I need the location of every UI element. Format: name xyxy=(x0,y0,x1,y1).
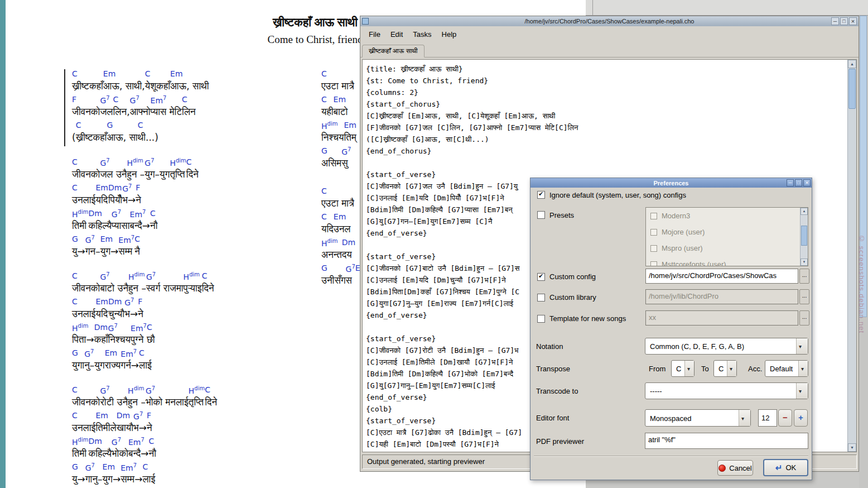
lyric: युग→ xyxy=(103,473,121,488)
lyric: कहिल्यै xyxy=(88,220,111,235)
transpose-label: Transpose xyxy=(536,365,570,373)
font-size-input[interactable]: 12 xyxy=(758,409,777,427)
template-checkbox[interactable] xyxy=(537,315,545,323)
lyric: हुन – xyxy=(128,283,146,297)
chord: C xyxy=(142,462,155,473)
presets-checkbox[interactable] xyxy=(537,211,545,219)
cancel-button[interactable]: Cancel xyxy=(717,460,753,476)
chord: Em xyxy=(103,462,121,473)
chord: Dm xyxy=(108,297,124,308)
notation-select[interactable]: Common (C, D, E, F, G, A, B) xyxy=(645,338,808,355)
lyric: प्यास मेटि xyxy=(151,106,182,121)
menu-file[interactable]: File xyxy=(364,28,385,40)
dialog-maximize-icon[interactable] xyxy=(795,179,802,186)
transpose-from-select[interactable]: C xyxy=(671,360,695,377)
dialog-close-icon[interactable] xyxy=(803,179,811,186)
editor-line[interactable]: [C]ख्रीष्टकहाँ [Em]आऊ, साथी, [C]येशूकहाँ… xyxy=(366,110,844,122)
custom-config-browse-button[interactable]: ... xyxy=(799,269,809,284)
preset-checkbox[interactable] xyxy=(650,213,657,219)
dialog-minimize-icon[interactable] xyxy=(787,179,794,186)
menu-tasks[interactable]: Tasks xyxy=(408,28,436,40)
presets-scrollbar-thumb[interactable] xyxy=(801,226,807,246)
minimize-icon[interactable] xyxy=(831,17,839,25)
notation-value: Common (C, D, E, F, G, A, B) xyxy=(650,342,744,351)
custom-library-browse-button[interactable]: ... xyxy=(799,289,809,304)
preset-checkbox[interactable] xyxy=(650,245,657,252)
editor-line[interactable] xyxy=(366,157,844,169)
editor-font-select[interactable]: Monospaced xyxy=(645,409,751,427)
custom-library-value: /home/jv/lib/ChordPro xyxy=(649,292,718,300)
close-icon[interactable] xyxy=(849,17,857,25)
lyric: भ→ xyxy=(122,194,136,209)
lyric: गर्न→ xyxy=(120,360,139,374)
chord: G7 xyxy=(346,264,355,275)
notation-label: Notation xyxy=(536,342,563,351)
chord: Em xyxy=(344,121,356,132)
custom-config-checkbox[interactable] xyxy=(537,273,545,281)
chord: Em xyxy=(334,212,351,223)
custom-library-input[interactable]: /home/jv/lib/ChordPro xyxy=(645,289,798,304)
font-size-increase-button[interactable]: + xyxy=(794,409,808,427)
presets-scroll-up-icon[interactable] xyxy=(801,208,808,215)
menu-edit[interactable]: Edit xyxy=(385,28,408,40)
ignore-default-checkbox[interactable] xyxy=(537,191,545,199)
editor-line[interactable]: {title: ख्रीष्टकहाँ आऊ साथी} xyxy=(366,63,844,75)
template-browse-button[interactable]: ... xyxy=(799,310,809,326)
preset-checkbox[interactable] xyxy=(650,229,657,236)
editor-scrollbar[interactable] xyxy=(847,60,856,452)
template-input[interactable]: xx xyxy=(645,310,798,326)
pdf-previewer-input[interactable]: atril "%f" xyxy=(645,433,808,449)
scrollbar-thumb[interactable] xyxy=(848,69,856,109)
lyric: गानु– xyxy=(85,473,103,488)
chord: C xyxy=(72,271,100,283)
preset-label: Mspro (user) xyxy=(662,244,703,252)
lyric: पियौँ xyxy=(108,194,122,209)
window-buttons xyxy=(831,17,857,25)
dialog-titlebar[interactable]: Preferences xyxy=(531,178,812,188)
presets-scrollbar[interactable] xyxy=(800,208,808,266)
chord: G7 xyxy=(100,385,128,396)
dialog-separator xyxy=(534,456,808,457)
lyric: तिमी xyxy=(72,448,88,462)
chord: G7 xyxy=(112,437,128,448)
font-size-value: 12 xyxy=(761,414,769,422)
editor-line[interactable]: {st: Come to Christ, friend} xyxy=(366,75,844,87)
lyric: तिमी xyxy=(72,220,88,235)
chord: C xyxy=(321,69,354,80)
preset-checkbox[interactable] xyxy=(650,261,657,267)
window-titlebar[interactable]: /home/jv/src/ChordPro/Cases/ShowCases/ex… xyxy=(360,16,859,26)
font-size-decrease-button[interactable]: − xyxy=(778,409,792,427)
preset-item[interactable]: Mojore (user) xyxy=(646,224,808,240)
lyric: ( xyxy=(72,132,76,146)
lyric: भोको xyxy=(112,448,128,462)
tab-song[interactable]: ख्रीष्टकहाँ आऊ साथी xyxy=(362,45,425,58)
transpose-to-select[interactable]: C xyxy=(713,360,737,377)
presets-list[interactable]: Modern3Mojore (user)Mspro (user)Msttcore… xyxy=(645,207,808,266)
custom-config-input[interactable]: /home/jv/src/ChordPro/Cases/ShowCas xyxy=(645,269,798,284)
editor-line[interactable]: {start_of_chorus} xyxy=(366,98,844,110)
editor-line[interactable]: {columns: 2} xyxy=(366,87,844,98)
chord: G7 xyxy=(100,95,113,106)
editor-line[interactable]: {end_of_chorus} xyxy=(366,145,844,157)
presets-scroll-down-icon[interactable] xyxy=(801,259,808,266)
lyric: असिम xyxy=(321,157,341,172)
preset-item[interactable]: Msttcorefonts (user) xyxy=(646,256,808,266)
ok-button[interactable]: OK xyxy=(763,459,808,476)
editor-line[interactable]: [F]जीवनको [G7]जल [C]लिन, [G7]आफ्नो [Em7]… xyxy=(366,122,844,133)
lyric: ख्रीष्टकहाँ xyxy=(76,132,107,146)
transpose-acc-select[interactable]: Default xyxy=(765,360,808,377)
menu-help[interactable]: Help xyxy=(437,28,462,40)
chord xyxy=(72,121,76,132)
lyric: स xyxy=(346,275,355,289)
maximize-icon[interactable] xyxy=(840,17,848,25)
preset-item[interactable]: Mspro (user) xyxy=(646,240,808,256)
scroll-up-icon[interactable] xyxy=(848,60,856,68)
scroll-down-icon[interactable] xyxy=(848,443,856,452)
custom-library-checkbox[interactable] xyxy=(537,294,545,302)
transcode-select[interactable]: ----- xyxy=(645,382,808,399)
preset-item[interactable]: Modern3 xyxy=(646,208,808,224)
song-line: Cजीवनको G7रोटी उनै Hdimहुन – G7भोको मनला… xyxy=(72,385,321,411)
lyric: राज्य xyxy=(105,360,121,374)
editor-line[interactable]: ([C]ख्रीष्टकहाँ [G]आऊ, सा[C]थी...) xyxy=(366,133,844,145)
chord: F xyxy=(72,95,100,106)
